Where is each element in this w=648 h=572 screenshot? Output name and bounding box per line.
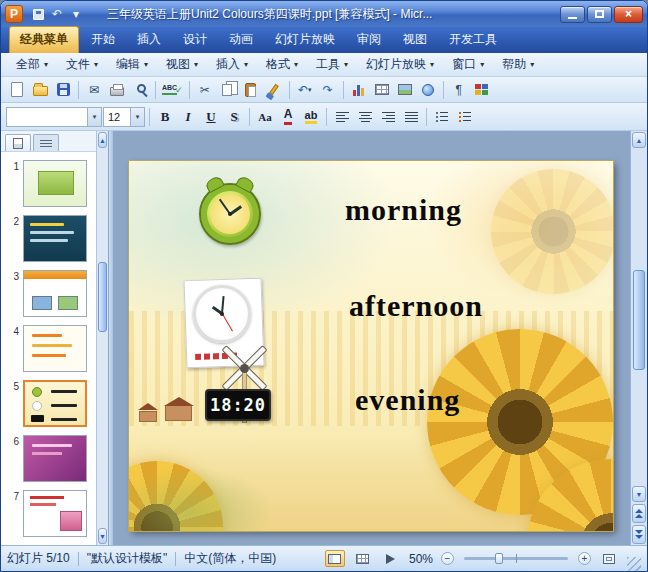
wall-clock-image[interactable] (193, 285, 251, 343)
align-center-button[interactable] (354, 106, 376, 128)
font-color-button[interactable]: A (277, 106, 299, 128)
menu-tools[interactable]: 工具▾ (309, 53, 355, 76)
scroll-up-arrow[interactable]: ▲ (632, 132, 646, 148)
tab-animations[interactable]: 动画 (219, 27, 263, 53)
tab-outline[interactable] (33, 134, 59, 151)
scroll-thumb[interactable] (633, 270, 645, 370)
scroll-track[interactable] (631, 149, 647, 485)
undo-button[interactable]: ↶▾ (294, 79, 316, 101)
menu-window[interactable]: 窗口▾ (445, 53, 491, 76)
save-button[interactable] (52, 79, 74, 101)
design-template-name[interactable]: "默认设计模板" (87, 550, 168, 567)
fit-to-window-button[interactable] (599, 550, 619, 567)
slide-thumbnail-6[interactable]: 6 (5, 435, 94, 482)
slide-thumbnail-3[interactable]: 3 (5, 270, 94, 317)
open-button[interactable] (29, 79, 51, 101)
zoom-in-button[interactable]: + (578, 552, 591, 565)
menu-format[interactable]: 格式▾ (259, 53, 305, 76)
chevron-down-icon[interactable]: ▾ (87, 108, 101, 126)
insert-chart-button[interactable] (348, 79, 370, 101)
show-formatting-button[interactable]: ¶ (448, 79, 470, 101)
scroll-up-arrow[interactable]: ▲ (98, 132, 107, 148)
green-alarm-clock-image[interactable] (199, 183, 261, 245)
font-size-combobox[interactable]: 12▾ (103, 107, 145, 127)
slideshow-view-button[interactable] (381, 550, 401, 567)
menu-edit[interactable]: 编辑▾ (109, 53, 155, 76)
align-right-button[interactable] (377, 106, 399, 128)
text-shadow-button[interactable]: S (223, 106, 245, 128)
menu-help[interactable]: 帮助▾ (495, 53, 541, 76)
underline-button[interactable]: U (200, 106, 222, 128)
panel-scroll-thumb[interactable] (98, 262, 107, 332)
vertical-scrollbar[interactable]: ▲ ▼ (630, 131, 647, 545)
next-slide-button[interactable] (632, 525, 646, 544)
zoom-level[interactable]: 50% (409, 552, 433, 566)
mail-button[interactable]: ✉ (83, 79, 105, 101)
print-preview-button[interactable] (129, 79, 151, 101)
undo-quick-icon[interactable]: ↶ (49, 6, 65, 22)
maximize-button[interactable] (587, 6, 612, 23)
print-button[interactable] (106, 79, 128, 101)
zoom-slider-thumb[interactable] (495, 553, 503, 564)
slide-thumbnail-7[interactable]: 7 (5, 490, 94, 537)
panel-scroll-track[interactable] (97, 149, 108, 527)
panel-scrollbar[interactable]: ▲ ▼ (96, 131, 108, 545)
cut-button[interactable]: ✂ (194, 79, 216, 101)
menu-all[interactable]: 全部▾ (9, 53, 55, 76)
italic-button[interactable]: I (177, 106, 199, 128)
slide-thumbnail-1[interactable]: 1 (5, 160, 94, 207)
change-case-button[interactable]: Aa (254, 106, 276, 128)
previous-slide-button[interactable] (632, 504, 646, 523)
slide-thumbnail-4[interactable]: 4 (5, 325, 94, 372)
slide-editing-area[interactable]: 18:20 morning afternoon evening (113, 131, 630, 545)
tab-design[interactable]: 设计 (173, 27, 217, 53)
insert-hyperlink-button[interactable] (417, 79, 439, 101)
chevron-down-icon[interactable]: ▾ (130, 108, 144, 126)
tab-review[interactable]: 审阅 (347, 27, 391, 53)
evening-text[interactable]: evening (355, 383, 460, 417)
resize-grip[interactable] (627, 557, 641, 571)
scroll-down-arrow[interactable]: ▼ (98, 528, 107, 544)
menu-view[interactable]: 视图▾ (159, 53, 205, 76)
slide-canvas[interactable]: 18:20 morning afternoon evening (129, 161, 613, 531)
morning-text[interactable]: morning (345, 193, 462, 227)
zoom-out-button[interactable]: − (441, 552, 454, 565)
bold-button[interactable]: B (154, 106, 176, 128)
tab-home[interactable]: 开始 (81, 27, 125, 53)
powerpoint-app-icon[interactable]: P (5, 5, 23, 23)
menu-file[interactable]: 文件▾ (59, 53, 105, 76)
color-scheme-button[interactable] (471, 79, 493, 101)
insert-picture-button[interactable] (394, 79, 416, 101)
numbering-button[interactable] (454, 106, 476, 128)
minimize-button[interactable] (560, 6, 585, 23)
align-left-button[interactable] (331, 106, 353, 128)
qat-customize-dropdown-icon[interactable]: ▾ (68, 6, 84, 22)
slide-thumbnail-2[interactable]: 2 (5, 215, 94, 262)
format-painter-button[interactable] (263, 79, 285, 101)
close-button[interactable]: × (614, 6, 643, 23)
normal-view-button[interactable] (325, 550, 345, 567)
slide-sorter-view-button[interactable] (353, 550, 373, 567)
tab-slideshow[interactable]: 幻灯片放映 (265, 27, 345, 53)
copy-button[interactable] (217, 79, 239, 101)
tab-slides-thumbnails[interactable] (5, 134, 31, 151)
save-quick-icon[interactable] (30, 6, 46, 22)
language-indicator[interactable]: 中文(简体，中国) (184, 550, 276, 567)
new-document-button[interactable] (6, 79, 28, 101)
tab-developer[interactable]: 开发工具 (439, 27, 507, 53)
menu-slideshow[interactable]: 幻灯片放映▾ (359, 53, 441, 76)
tab-insert[interactable]: 插入 (127, 27, 171, 53)
tab-classic-menu[interactable]: 经典菜单 (9, 26, 79, 53)
menu-insert[interactable]: 插入▾ (209, 53, 255, 76)
font-name-combobox[interactable]: ▾ (6, 107, 102, 127)
scroll-down-arrow[interactable]: ▼ (632, 486, 646, 502)
slide-thumbnail-5-selected[interactable]: 5 (5, 380, 94, 427)
paste-button[interactable] (240, 79, 262, 101)
spelling-button[interactable]: ABC✓ (160, 79, 185, 101)
insert-table-button[interactable] (371, 79, 393, 101)
zoom-slider[interactable] (464, 557, 568, 560)
digital-clock-image[interactable]: 18:20 (205, 389, 271, 421)
justify-button[interactable] (400, 106, 422, 128)
highlight-button[interactable]: ab (300, 106, 322, 128)
redo-button[interactable]: ↷ (317, 79, 339, 101)
